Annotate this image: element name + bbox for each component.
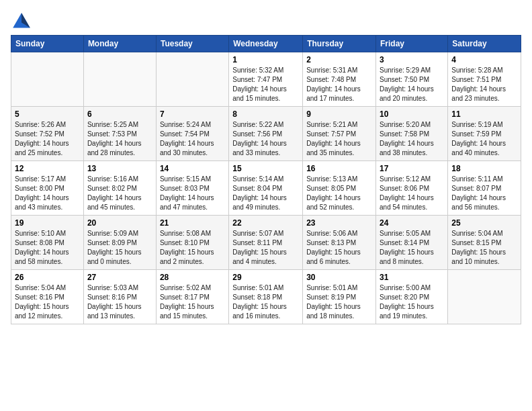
calendar-cell: 10Sunrise: 5:20 AM Sunset: 7:58 PM Dayli… bbox=[376, 107, 448, 161]
day-number: 25 bbox=[451, 218, 517, 228]
calendar-cell: 22Sunrise: 5:07 AM Sunset: 8:11 PM Dayli… bbox=[229, 216, 303, 270]
day-header-thursday: Thursday bbox=[303, 36, 376, 52]
day-number: 19 bbox=[15, 218, 80, 228]
day-info: Sunrise: 5:05 AM Sunset: 8:14 PM Dayligh… bbox=[380, 229, 444, 267]
day-header-saturday: Saturday bbox=[448, 36, 521, 52]
day-info: Sunrise: 5:19 AM Sunset: 7:59 PM Dayligh… bbox=[451, 120, 517, 158]
day-info: Sunrise: 5:25 AM Sunset: 7:53 PM Dayligh… bbox=[87, 120, 152, 158]
day-info: Sunrise: 5:01 AM Sunset: 8:18 PM Dayligh… bbox=[232, 283, 299, 321]
calendar-cell: 16Sunrise: 5:13 AM Sunset: 8:05 PM Dayli… bbox=[303, 161, 376, 216]
day-number: 17 bbox=[380, 164, 444, 173]
day-number: 18 bbox=[451, 164, 517, 173]
calendar-cell: 19Sunrise: 5:10 AM Sunset: 8:08 PM Dayli… bbox=[11, 216, 84, 270]
day-info: Sunrise: 5:01 AM Sunset: 8:19 PM Dayligh… bbox=[306, 283, 372, 321]
day-header-sunday: Sunday bbox=[11, 36, 84, 52]
day-number: 13 bbox=[87, 164, 152, 173]
calendar-cell: 24Sunrise: 5:05 AM Sunset: 8:14 PM Dayli… bbox=[376, 216, 448, 270]
day-info: Sunrise: 5:10 AM Sunset: 8:08 PM Dayligh… bbox=[15, 229, 80, 267]
page-header bbox=[11, 11, 521, 32]
calendar-cell: 11Sunrise: 5:19 AM Sunset: 7:59 PM Dayli… bbox=[448, 107, 521, 161]
day-info: Sunrise: 5:11 AM Sunset: 8:07 PM Dayligh… bbox=[451, 175, 517, 212]
day-number: 4 bbox=[451, 55, 517, 64]
day-info: Sunrise: 5:29 AM Sunset: 7:50 PM Dayligh… bbox=[380, 66, 444, 103]
calendar-week-row: 26Sunrise: 5:04 AM Sunset: 8:16 PM Dayli… bbox=[11, 270, 521, 324]
day-header-friday: Friday bbox=[376, 36, 448, 52]
calendar-cell: 20Sunrise: 5:09 AM Sunset: 8:09 PM Dayli… bbox=[83, 216, 156, 270]
calendar-header-row: SundayMondayTuesdayWednesdayThursdayFrid… bbox=[11, 36, 521, 52]
day-number: 31 bbox=[380, 273, 444, 282]
calendar-cell: 27Sunrise: 5:03 AM Sunset: 8:16 PM Dayli… bbox=[83, 270, 156, 324]
day-number: 20 bbox=[87, 218, 152, 228]
day-info: Sunrise: 5:24 AM Sunset: 7:54 PM Dayligh… bbox=[160, 120, 225, 158]
calendar-cell: 26Sunrise: 5:04 AM Sunset: 8:16 PM Dayli… bbox=[11, 270, 84, 324]
day-number: 7 bbox=[160, 109, 225, 119]
day-info: Sunrise: 5:00 AM Sunset: 8:20 PM Dayligh… bbox=[380, 283, 444, 321]
day-info: Sunrise: 5:03 AM Sunset: 8:16 PM Dayligh… bbox=[87, 283, 152, 321]
day-number: 12 bbox=[15, 164, 80, 173]
day-number: 21 bbox=[160, 218, 225, 228]
day-number: 6 bbox=[87, 109, 152, 119]
day-number: 16 bbox=[306, 164, 372, 173]
logo bbox=[11, 11, 35, 32]
day-info: Sunrise: 5:32 AM Sunset: 7:47 PM Dayligh… bbox=[232, 66, 299, 103]
calendar-week-row: 19Sunrise: 5:10 AM Sunset: 8:08 PM Dayli… bbox=[11, 216, 521, 270]
calendar-cell: 4Sunrise: 5:28 AM Sunset: 7:51 PM Daylig… bbox=[448, 52, 521, 107]
day-info: Sunrise: 5:13 AM Sunset: 8:05 PM Dayligh… bbox=[306, 175, 372, 212]
day-header-tuesday: Tuesday bbox=[156, 36, 228, 52]
day-info: Sunrise: 5:28 AM Sunset: 7:51 PM Dayligh… bbox=[451, 66, 517, 103]
day-number: 11 bbox=[451, 109, 517, 119]
day-info: Sunrise: 5:20 AM Sunset: 7:58 PM Dayligh… bbox=[380, 120, 444, 158]
day-info: Sunrise: 5:07 AM Sunset: 8:11 PM Dayligh… bbox=[232, 229, 299, 267]
calendar-cell bbox=[83, 52, 156, 107]
day-info: Sunrise: 5:22 AM Sunset: 7:56 PM Dayligh… bbox=[232, 120, 299, 158]
day-info: Sunrise: 5:08 AM Sunset: 8:10 PM Dayligh… bbox=[160, 229, 225, 267]
calendar-cell: 21Sunrise: 5:08 AM Sunset: 8:10 PM Dayli… bbox=[156, 216, 228, 270]
day-info: Sunrise: 5:02 AM Sunset: 8:17 PM Dayligh… bbox=[160, 283, 225, 321]
calendar-cell: 13Sunrise: 5:16 AM Sunset: 8:02 PM Dayli… bbox=[83, 161, 156, 216]
calendar-cell: 5Sunrise: 5:26 AM Sunset: 7:52 PM Daylig… bbox=[11, 107, 84, 161]
calendar-cell: 14Sunrise: 5:15 AM Sunset: 8:03 PM Dayli… bbox=[156, 161, 228, 216]
calendar-cell: 18Sunrise: 5:11 AM Sunset: 8:07 PM Dayli… bbox=[448, 161, 521, 216]
day-info: Sunrise: 5:04 AM Sunset: 8:15 PM Dayligh… bbox=[451, 229, 517, 267]
calendar-cell: 9Sunrise: 5:21 AM Sunset: 7:57 PM Daylig… bbox=[303, 107, 376, 161]
day-number: 8 bbox=[232, 109, 299, 119]
day-info: Sunrise: 5:16 AM Sunset: 8:02 PM Dayligh… bbox=[87, 175, 152, 212]
calendar-cell: 25Sunrise: 5:04 AM Sunset: 8:15 PM Dayli… bbox=[448, 216, 521, 270]
day-header-wednesday: Wednesday bbox=[229, 36, 303, 52]
calendar-cell: 30Sunrise: 5:01 AM Sunset: 8:19 PM Dayli… bbox=[303, 270, 376, 324]
day-number: 23 bbox=[306, 218, 372, 228]
day-number: 30 bbox=[306, 273, 372, 282]
calendar-week-row: 1Sunrise: 5:32 AM Sunset: 7:47 PM Daylig… bbox=[11, 52, 521, 107]
day-info: Sunrise: 5:12 AM Sunset: 8:06 PM Dayligh… bbox=[380, 175, 444, 212]
calendar-cell: 12Sunrise: 5:17 AM Sunset: 8:00 PM Dayli… bbox=[11, 161, 84, 216]
calendar-cell: 23Sunrise: 5:06 AM Sunset: 8:13 PM Dayli… bbox=[303, 216, 376, 270]
calendar-cell: 6Sunrise: 5:25 AM Sunset: 7:53 PM Daylig… bbox=[83, 107, 156, 161]
day-info: Sunrise: 5:17 AM Sunset: 8:00 PM Dayligh… bbox=[15, 175, 80, 212]
calendar-week-row: 12Sunrise: 5:17 AM Sunset: 8:00 PM Dayli… bbox=[11, 161, 521, 216]
day-number: 14 bbox=[160, 164, 225, 173]
day-info: Sunrise: 5:31 AM Sunset: 7:48 PM Dayligh… bbox=[306, 66, 372, 103]
calendar-cell: 15Sunrise: 5:14 AM Sunset: 8:04 PM Dayli… bbox=[229, 161, 303, 216]
day-info: Sunrise: 5:26 AM Sunset: 7:52 PM Dayligh… bbox=[15, 120, 80, 158]
calendar-cell bbox=[448, 270, 521, 324]
calendar-cell: 1Sunrise: 5:32 AM Sunset: 7:47 PM Daylig… bbox=[229, 52, 303, 107]
day-number: 24 bbox=[380, 218, 444, 228]
calendar-cell: 31Sunrise: 5:00 AM Sunset: 8:20 PM Dayli… bbox=[376, 270, 448, 324]
day-info: Sunrise: 5:21 AM Sunset: 7:57 PM Dayligh… bbox=[306, 120, 372, 158]
day-number: 29 bbox=[232, 273, 299, 282]
day-number: 28 bbox=[160, 273, 225, 282]
day-number: 27 bbox=[87, 273, 152, 282]
day-number: 9 bbox=[306, 109, 372, 119]
day-number: 26 bbox=[15, 273, 80, 282]
day-info: Sunrise: 5:14 AM Sunset: 8:04 PM Dayligh… bbox=[232, 175, 299, 212]
day-number: 1 bbox=[232, 55, 299, 64]
calendar-cell: 17Sunrise: 5:12 AM Sunset: 8:06 PM Dayli… bbox=[376, 161, 448, 216]
calendar-cell bbox=[156, 52, 228, 107]
day-number: 3 bbox=[380, 55, 444, 64]
calendar-cell: 3Sunrise: 5:29 AM Sunset: 7:50 PM Daylig… bbox=[376, 52, 448, 107]
calendar-cell: 28Sunrise: 5:02 AM Sunset: 8:17 PM Dayli… bbox=[156, 270, 228, 324]
calendar-cell: 7Sunrise: 5:24 AM Sunset: 7:54 PM Daylig… bbox=[156, 107, 228, 161]
day-number: 2 bbox=[306, 55, 372, 64]
calendar-cell: 2Sunrise: 5:31 AM Sunset: 7:48 PM Daylig… bbox=[303, 52, 376, 107]
calendar-cell bbox=[11, 52, 84, 107]
